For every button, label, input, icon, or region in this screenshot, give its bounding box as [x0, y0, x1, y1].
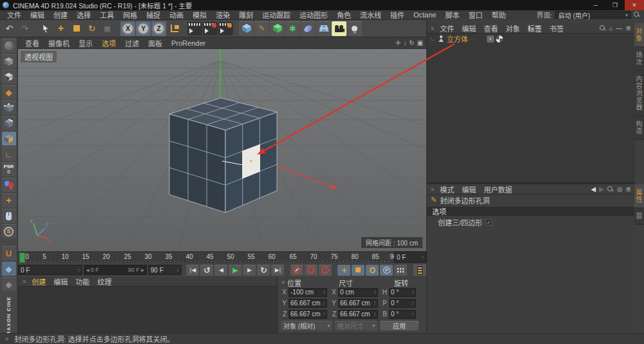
tab-structure[interactable]: 构造 [634, 116, 644, 140]
history-forward-icon[interactable]: ▶ [599, 186, 604, 193]
points-mode-button[interactable] [2, 100, 16, 115]
redo-button[interactable]: ↷ [17, 21, 32, 36]
vp-menu-view[interactable]: 查看 [21, 38, 44, 48]
coord-mode-dropdown[interactable]: 对象 (相对)▾ [281, 321, 332, 330]
lock-icon[interactable]: ◎ [617, 186, 623, 193]
snap-spheres-button[interactable] [2, 178, 16, 192]
motion-system-button[interactable] [413, 265, 426, 276]
undo-button[interactable]: ↶ [2, 21, 17, 36]
om-menu-view[interactable]: 查看 [480, 23, 502, 33]
goto-end-button[interactable]: ▶| [271, 265, 284, 276]
spinner-icon[interactable]: ↕ [176, 267, 179, 273]
minimize-button[interactable]: ─ [586, 0, 605, 10]
rot-b-field[interactable]: 0 °↕ [389, 310, 416, 319]
key-scale-toggle[interactable] [352, 265, 365, 276]
vp-menu-display[interactable]: 显示 [74, 38, 97, 48]
filter-menu-icon[interactable]: ≣ [626, 24, 631, 32]
mat-menu-function[interactable]: 功能 [71, 276, 93, 287]
size-y-field[interactable]: 66.667 cm↕ [338, 299, 378, 308]
live-selection-tool[interactable] [38, 21, 53, 36]
panel-menu-icon[interactable]: ≡ [429, 25, 436, 32]
ruler-frame-field[interactable]: 0 F ↕ [394, 251, 426, 263]
mat-menu-create[interactable]: 创建 [28, 276, 50, 287]
frame-range-slider[interactable]: ◂ 0 F 90 F ▸ [84, 265, 147, 275]
timeline-playhead[interactable] [19, 253, 25, 263]
object-name[interactable]: 立方体 [447, 33, 468, 44]
tab-content-browser[interactable]: 内容浏览器 [634, 71, 644, 116]
timeline-ruler[interactable]: 0 5 10 15 20 25 30 35 40 45 50 55 60 65 … [18, 251, 394, 263]
menu-file[interactable]: 文件 [3, 10, 26, 20]
polygons-mode-button[interactable] [2, 131, 16, 146]
dolly-view-icon[interactable]: ↓ [403, 39, 406, 46]
viewport-solo-mouse-button[interactable] [2, 209, 16, 223]
tab-attributes[interactable]: 属性 [634, 184, 644, 208]
am-menu-edit[interactable]: 编辑 [458, 184, 480, 195]
deformer-button[interactable] [301, 21, 316, 36]
om-menu-file[interactable]: 文件 [436, 23, 458, 33]
vp-menu-camera[interactable]: 摄像机 [44, 38, 74, 48]
render-view-button[interactable] [187, 22, 202, 35]
subdivision-surface-button[interactable] [270, 21, 285, 36]
play-button[interactable]: ▶ [229, 265, 242, 276]
camera-button[interactable] [332, 21, 346, 36]
vp-menu-panel[interactable]: 面板 [144, 38, 167, 48]
magnet-snap-button[interactable]: U [2, 246, 16, 260]
loop-mode-button[interactable]: ↻ [257, 265, 270, 276]
search-icon[interactable] [607, 186, 614, 193]
menu-animate[interactable]: 动画 [165, 10, 188, 20]
am-menu-userdata[interactable]: 用户数据 [480, 184, 516, 195]
viewport-canvas[interactable]: 透视视图 网格间距 : 100 cm Y Z X [18, 49, 426, 251]
history-back-icon[interactable]: ◀ [591, 186, 596, 193]
mat-menu-texture[interactable]: 纹理 [93, 276, 115, 287]
menu-snap[interactable]: 捕捉 [142, 10, 165, 20]
x-axis-lock[interactable]: X [120, 21, 135, 36]
toggle-view-icon[interactable]: ▣ [417, 39, 423, 46]
search-icon[interactable] [634, 12, 640, 18]
vp-menu-options[interactable]: 选项 [97, 38, 120, 48]
primitive-cube-button[interactable] [239, 21, 254, 36]
menu-tools[interactable]: 工具 [95, 10, 118, 20]
vp-menu-prorender[interactable]: ProRender [167, 39, 210, 47]
apply-button[interactable]: 应用 [380, 321, 419, 330]
rotate-view-icon[interactable]: ↻ [409, 39, 414, 46]
tab-objects[interactable]: 对象 [634, 23, 644, 47]
om-menu-bookmarks[interactable]: 书签 [545, 23, 567, 33]
menu-octane[interactable]: Octane [409, 11, 440, 19]
play-backwards-button[interactable]: ↺ [200, 265, 213, 276]
tab-takes[interactable]: 场次 [634, 47, 644, 71]
panel-menu-icon[interactable]: ≡ [21, 278, 28, 285]
menu-pipeline[interactable]: 流水线 [355, 10, 386, 20]
rot-p-field[interactable]: 0 °↕ [389, 299, 416, 308]
axis-tag-icon[interactable]: + [487, 35, 494, 43]
mat-menu-edit[interactable]: 编辑 [50, 276, 71, 287]
home-icon[interactable]: ⌂ [609, 24, 613, 32]
menu-sculpt[interactable]: 雕刻 [234, 10, 258, 20]
menu-motion-tracker[interactable]: 运动跟踪 [258, 10, 295, 20]
y-axis-lock[interactable]: Y [136, 21, 151, 36]
maximize-button[interactable]: ❐ [605, 0, 625, 10]
interface-dropdown[interactable]: 启动 (用户) ▾ [555, 11, 631, 19]
z-axis-lock[interactable]: Z [151, 21, 166, 36]
path-bar-icon[interactable]: — [616, 24, 623, 32]
vp-menu-filter[interactable]: 过滤 [120, 38, 144, 48]
spinner-icon[interactable]: ↕ [421, 254, 424, 260]
rotate-tool[interactable]: ↻ [84, 21, 99, 36]
key-pla-toggle[interactable] [394, 265, 407, 276]
om-menu-edit[interactable]: 编辑 [458, 23, 480, 33]
panel-menu-icon[interactable]: ≡ [429, 186, 436, 193]
panel-menu-icon[interactable]: ≡ [279, 279, 287, 285]
menu-render[interactable]: 渲染 [211, 10, 234, 20]
cube-object[interactable] [169, 98, 277, 213]
menu-plugins[interactable]: 插件 [386, 10, 409, 20]
edges-mode-button[interactable] [2, 116, 16, 130]
last-used-tool[interactable]: ▦ [100, 21, 115, 36]
menu-script[interactable]: 脚本 [440, 10, 464, 20]
record-keyframe-button[interactable] [290, 265, 303, 276]
coordinate-system-button[interactable] [167, 21, 182, 36]
size-z-field[interactable]: 66.667 cm↕ [338, 310, 378, 319]
spline-pen-button[interactable]: ✎ [254, 21, 269, 36]
om-menu-tags[interactable]: 标签 [524, 23, 545, 33]
model-mode-button[interactable] [2, 54, 16, 68]
previous-frame-button[interactable]: ◀ [214, 265, 227, 276]
menu-simulate[interactable]: 模拟 [188, 10, 211, 20]
